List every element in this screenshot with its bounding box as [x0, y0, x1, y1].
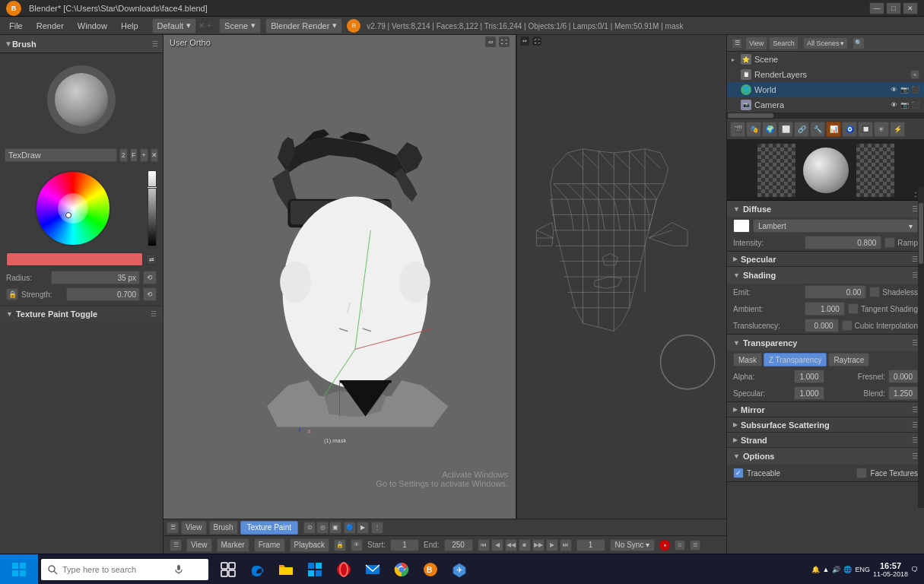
value-slider[interactable]	[148, 170, 157, 246]
radius-expand-btn[interactable]: ⟲	[143, 271, 157, 284]
engine-dropdown[interactable]: Blender Render ▾	[265, 18, 342, 33]
outliner-menu-icon[interactable]: ☰	[732, 38, 742, 49]
current-color-swatch[interactable]	[6, 252, 143, 266]
outliner-view-btn[interactable]: View	[745, 36, 767, 50]
panel-options-icon[interactable]: ☰	[152, 40, 158, 48]
texture-toggle-section[interactable]: ▼ Texture Paint Toggle ☰	[0, 306, 163, 322]
prop-icon-material[interactable]: 🧿	[842, 122, 857, 137]
scene-dropdown[interactable]: Scene ▾	[219, 18, 261, 33]
render-icon-2[interactable]: ▶	[357, 522, 369, 534]
close-button[interactable]: ✕	[903, 2, 918, 14]
tray-notifications[interactable]: 🔔	[811, 566, 820, 573]
outliner-search-icon[interactable]: 🔍	[853, 37, 865, 49]
timeline-view-btn[interactable]: View	[186, 538, 212, 552]
prop-icon-render[interactable]: 🎬	[730, 122, 745, 137]
prop-icon-particles[interactable]: ✳	[874, 122, 889, 137]
tray-volume[interactable]: 🔊	[832, 566, 840, 573]
render-icon-1[interactable]: 🔵	[344, 522, 356, 534]
view-icon[interactable]: 👁	[351, 539, 363, 551]
play-back-btn[interactable]: ◀◀	[505, 539, 517, 551]
ambient-value[interactable]: 1.000	[805, 302, 845, 316]
step-back-btn[interactable]: ◀	[491, 539, 503, 551]
prop-icon-physics[interactable]: ⚡	[890, 122, 905, 137]
time-display[interactable]: 16:57 11-05-2018	[873, 561, 908, 578]
strand-header[interactable]: ▶ Strand ☰	[727, 433, 924, 448]
world-eye-icon[interactable]: 👁	[889, 85, 898, 94]
shading-header[interactable]: ▼ Shading ☰	[727, 267, 924, 284]
translucency-value[interactable]: 0.000	[805, 319, 839, 332]
right-scrollbar[interactable]	[918, 187, 924, 508]
taskbar-app-opera[interactable]	[330, 556, 357, 583]
go-start-btn[interactable]: ⏮	[478, 539, 490, 551]
brush-f-btn[interactable]: F	[130, 148, 138, 162]
viewport-sync-icon[interactable]: ⇔	[485, 36, 496, 47]
specular-trans-value[interactable]: 1.000	[794, 386, 824, 400]
start-frame-input[interactable]	[390, 539, 419, 551]
prop-icon-constraints[interactable]: 🔗	[794, 122, 809, 137]
cubic-checkbox[interactable]	[842, 320, 853, 331]
titlebar-controls[interactable]: — □ ✕	[869, 2, 918, 14]
taskbar-app-extra[interactable]: ✈	[446, 556, 473, 583]
menu-window[interactable]: Window	[71, 20, 113, 32]
lock-icon[interactable]: 🔒	[334, 539, 346, 551]
diffuse-header[interactable]: ▼ Diffuse ☰	[727, 201, 924, 217]
prop-icon-data[interactable]: 📊	[826, 122, 841, 137]
fresnel-value[interactable]: 0.000	[888, 370, 918, 383]
timeline-marker-btn[interactable]: Marker	[217, 538, 249, 552]
play-btn[interactable]: ▶▶	[532, 539, 545, 551]
minimize-button[interactable]: —	[869, 2, 884, 14]
options-header[interactable]: ▼ Options ☰	[727, 448, 924, 465]
prop-icon-scene[interactable]: 🎭	[746, 122, 761, 137]
outliner-scrollbar[interactable]	[727, 113, 924, 119]
alpha-value[interactable]: 1.000	[794, 370, 824, 383]
viewport-view-btn[interactable]: View	[181, 521, 207, 535]
viewport-uv[interactable]: ⇔ ⛶	[517, 35, 726, 519]
tray-network[interactable]: 🌐	[843, 566, 852, 573]
mirror-header[interactable]: ▶ Mirror ☰	[727, 402, 924, 417]
brush-number-btn[interactable]: 2	[119, 148, 128, 162]
timeline-extra-2[interactable]: ☰	[690, 540, 700, 551]
viewport-brush-btn[interactable]: Brush	[209, 521, 238, 535]
outliner-item-renderlayers[interactable]: 📋 RenderLayers +	[727, 67, 924, 82]
sync-mode-dropdown[interactable]: No Sync▾	[610, 539, 656, 551]
prop-icon-object[interactable]: ⬜	[778, 122, 793, 137]
taskbar-app-chrome[interactable]	[388, 556, 415, 583]
end-frame-input[interactable]	[444, 539, 473, 551]
taskbar-search[interactable]	[41, 559, 208, 580]
go-end-btn[interactable]: ⏭	[560, 539, 572, 551]
tangent-checkbox[interactable]	[848, 303, 859, 314]
taskbar-app-store[interactable]	[301, 556, 329, 583]
world-render-icon[interactable]: ⬛	[910, 85, 919, 94]
start-button[interactable]	[0, 554, 38, 585]
brush-add-btn[interactable]: +	[140, 148, 148, 162]
prop-icon-modifiers[interactable]: 🔧	[810, 122, 825, 137]
timeline-extra-1[interactable]: ⊙	[675, 540, 685, 551]
tool-icon-3[interactable]: ▣	[329, 522, 341, 534]
taskbar-app-blender[interactable]: B	[417, 556, 444, 583]
outliner-search-btn[interactable]: Search	[769, 36, 799, 50]
viewport-3d[interactable]: User Ortho ⇔ ⛶	[164, 35, 516, 519]
prop-icon-texture[interactable]: 🔲	[858, 122, 873, 137]
search-input[interactable]	[62, 565, 169, 574]
shadeless-checkbox[interactable]	[869, 287, 880, 297]
diffuse-shader-dropdown[interactable]: Lambert ▾	[753, 219, 918, 233]
world-camera-icon[interactable]: 📷	[900, 85, 909, 94]
more-icons[interactable]: ⋮	[371, 522, 383, 534]
specular-header[interactable]: ▶ Specular ☰	[727, 252, 924, 267]
subsurface-header[interactable]: ▶ Subsurface Scattering ☰	[727, 417, 924, 433]
uv-sync-icon[interactable]: ⇔	[520, 36, 529, 46]
menu-file[interactable]: File	[3, 20, 29, 32]
blend-value[interactable]: 1.250	[888, 386, 918, 400]
current-frame-input[interactable]	[576, 539, 605, 551]
emit-value[interactable]: 0.00	[805, 285, 866, 299]
taskbar-app-edge[interactable]	[243, 556, 271, 583]
prop-icon-world[interactable]: 🌍	[762, 122, 777, 137]
maximize-button[interactable]: □	[886, 2, 901, 14]
ramp-checkbox[interactable]	[884, 237, 895, 248]
swap-colors-btn[interactable]: ⇄	[146, 254, 157, 265]
tool-icon-1[interactable]: ⊙	[303, 522, 316, 534]
workspace-dropdown[interactable]: Default ▾	[152, 18, 197, 33]
action-center-icon[interactable]: 🗨	[911, 566, 918, 573]
menu-render[interactable]: Render	[30, 20, 70, 32]
z-transparency-btn[interactable]: Z Transparency	[764, 353, 827, 367]
